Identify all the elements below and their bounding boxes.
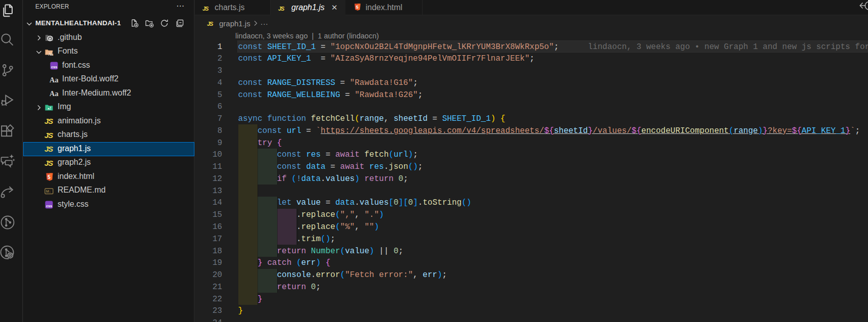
svg-text:css: css [51, 65, 57, 69]
svg-text:M↓: M↓ [46, 189, 51, 194]
svg-text:5: 5 [356, 5, 359, 10]
svg-text:Aa: Aa [48, 52, 54, 56]
svg-text:css: css [46, 204, 52, 208]
svg-text:Aa: Aa [49, 76, 59, 84]
svg-text:5: 5 [47, 174, 50, 180]
svg-text:Aa: Aa [49, 89, 59, 98]
